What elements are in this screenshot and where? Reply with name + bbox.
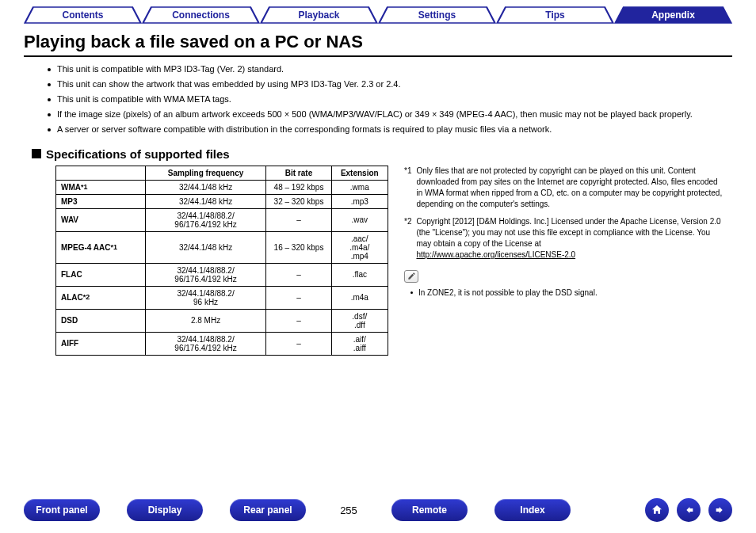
- display-button[interactable]: Display: [127, 499, 203, 521]
- sampling-frequency: 32/44.1/48/88.2/96 kHz: [145, 286, 266, 309]
- prev-page-button[interactable]: [677, 498, 701, 522]
- format-name: MPEG-4 AAC*1: [56, 231, 146, 263]
- tab-contents[interactable]: Contents: [24, 6, 142, 24]
- sampling-frequency: 32/44.1/48 kHz: [145, 180, 266, 194]
- footnote-2: *2 Copyright [2012] [D&M Holdings. Inc.]…: [404, 216, 724, 261]
- note-item: If the image size (pixels) of an album a…: [48, 109, 724, 121]
- sampling-frequency: 32/44.1/48 kHz: [145, 194, 266, 208]
- footnote-mark: *2: [404, 216, 411, 261]
- note-item: This unit can show the artwork that was …: [48, 78, 724, 91]
- arrow-right-icon: [714, 504, 727, 516]
- format-name: MP3: [56, 194, 146, 208]
- extension: .flac: [331, 263, 388, 286]
- table-row: ALAC*232/44.1/48/88.2/96 kHz–.m4a: [56, 286, 388, 309]
- license-link[interactable]: http://www.apache.org/licenses/LICENSE-2…: [416, 250, 575, 259]
- extension: .mp3: [331, 194, 388, 208]
- footnote-mark-icon: *1: [81, 183, 88, 191]
- table-row: DSD2.8 MHz–.dsf/.dff: [56, 309, 388, 332]
- front-panel-button[interactable]: Front panel: [24, 499, 100, 521]
- extension: .m4a: [331, 286, 388, 309]
- bit-rate: 48 – 192 kbps: [266, 180, 331, 194]
- zone-note: In ZONE2, it is not possible to play the…: [410, 287, 724, 299]
- tab-appendix[interactable]: Appendix: [614, 6, 732, 24]
- extension: .wma: [331, 180, 388, 194]
- tab-tips[interactable]: Tips: [496, 6, 614, 24]
- sampling-frequency: 2.8 MHz: [145, 309, 266, 332]
- notes-list: This unit is compatible with MP3 ID3-Tag…: [48, 63, 724, 136]
- extension: .aac/.m4a/.mp4: [331, 231, 388, 263]
- table-row: MP332/44.1/48 kHz32 – 320 kbps.mp3: [56, 194, 388, 208]
- specs-table: Sampling frequency Bit rate Extension WM…: [55, 166, 388, 356]
- page-number: 255: [333, 504, 365, 516]
- top-tab-bar: Contents Connections Playback Settings T…: [0, 0, 756, 27]
- bit-rate: 32 – 320 kbps: [266, 194, 331, 208]
- sampling-frequency: 32/44.1/48/88.2/96/176.4/192 kHz: [145, 208, 266, 231]
- tab-label: Appendix: [651, 10, 695, 21]
- sampling-frequency: 32/44.1/48 kHz: [145, 231, 266, 263]
- bit-rate: –: [266, 208, 331, 231]
- sampling-frequency: 32/44.1/48/88.2/96/176.4/192 kHz: [145, 332, 266, 355]
- footnote-mark: *1: [404, 166, 411, 210]
- remote-button[interactable]: Remote: [391, 499, 468, 521]
- zone-note-list: In ZONE2, it is not possible to play the…: [410, 287, 724, 299]
- footnote-body: Copyright [2012] [D&M Holdings. Inc.] Li…: [416, 217, 720, 248]
- extension: .aif/.aiff: [331, 332, 388, 355]
- th: Bit rate: [266, 166, 331, 180]
- sampling-frequency: 32/44.1/48/88.2/96/176.4/192 kHz: [145, 263, 266, 286]
- format-name: ALAC*2: [56, 286, 146, 309]
- note-icon: [404, 270, 418, 283]
- tab-label: Settings: [418, 10, 456, 21]
- format-name: FLAC: [56, 263, 146, 286]
- tab-label: Tips: [545, 10, 564, 21]
- tab-settings[interactable]: Settings: [378, 6, 496, 24]
- th: Sampling frequency: [145, 166, 266, 180]
- footnote-text: Copyright [2012] [D&M Holdings. Inc.] Li…: [416, 216, 724, 261]
- format-name: WAV: [56, 208, 146, 231]
- note-item: This unit is compatible with MP3 ID3-Tag…: [48, 63, 724, 76]
- square-bullet-icon: [32, 149, 41, 158]
- pill-label: Front panel: [36, 504, 87, 516]
- footnote-mark-icon: *1: [110, 243, 117, 251]
- footnote-text: Only files that are not protected by cop…: [416, 166, 724, 210]
- table-row: WMA*132/44.1/48 kHz48 – 192 kbps.wma: [56, 180, 388, 194]
- bit-rate: –: [266, 309, 331, 332]
- pill-label: Remote: [412, 504, 447, 516]
- tab-label: Contents: [63, 10, 104, 21]
- th: [56, 166, 146, 180]
- table-row: WAV32/44.1/48/88.2/96/176.4/192 kHz–.wav: [56, 208, 388, 231]
- page-title: Playing back a file saved on a PC or NAS: [24, 32, 732, 57]
- format-name: DSD: [56, 309, 146, 332]
- pill-label: Rear panel: [243, 504, 292, 516]
- tab-connections[interactable]: Connections: [142, 6, 260, 24]
- bit-rate: –: [266, 263, 331, 286]
- arrow-left-icon: [682, 504, 695, 516]
- tab-label: Playback: [298, 10, 339, 21]
- bottom-bar: Front panel Display Rear panel 255 Remot…: [0, 498, 756, 522]
- bit-rate: –: [266, 286, 331, 309]
- format-name: WMA*1: [56, 180, 146, 194]
- bit-rate: –: [266, 332, 331, 355]
- next-page-button[interactable]: [708, 498, 732, 522]
- tab-playback[interactable]: Playback: [260, 6, 378, 24]
- subheading-row: Specifications of supported files: [32, 147, 724, 161]
- rear-panel-button[interactable]: Rear panel: [230, 499, 306, 521]
- table-row: MPEG-4 AAC*132/44.1/48 kHz16 – 320 kbps.…: [56, 231, 388, 263]
- home-button[interactable]: [645, 498, 669, 522]
- pill-label: Index: [520, 504, 544, 516]
- subheading: Specifications of supported files: [46, 147, 230, 161]
- index-button[interactable]: Index: [494, 499, 571, 521]
- table-row: AIFF32/44.1/48/88.2/96/176.4/192 kHz–.ai…: [56, 332, 388, 355]
- home-icon: [651, 504, 663, 516]
- bit-rate: 16 – 320 kbps: [266, 231, 331, 263]
- extension: .dsf/.dff: [331, 309, 388, 332]
- tab-label: Connections: [172, 10, 230, 21]
- extension: .wav: [331, 208, 388, 231]
- table-row: FLAC32/44.1/48/88.2/96/176.4/192 kHz–.fl…: [56, 263, 388, 286]
- note-item: A server or server software compatible w…: [48, 124, 724, 136]
- th: Extension: [331, 166, 388, 180]
- pill-label: Display: [148, 504, 182, 516]
- footnote-mark-icon: *2: [83, 293, 90, 301]
- format-name: AIFF: [56, 332, 146, 355]
- note-item: This unit is compatible with WMA META ta…: [48, 93, 724, 106]
- footnote-1: *1 Only files that are not protected by …: [404, 166, 724, 210]
